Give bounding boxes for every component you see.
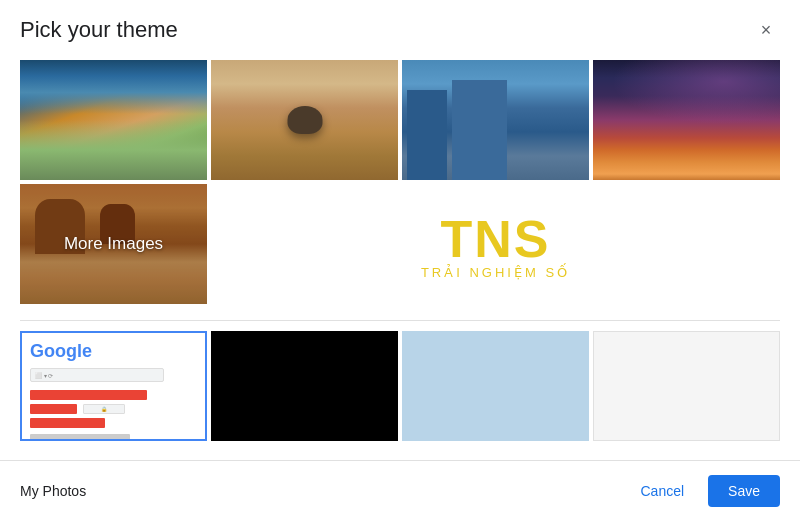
google-gray-bar-1 bbox=[30, 434, 130, 440]
section-divider bbox=[20, 320, 780, 321]
dialog-title: Pick your theme bbox=[20, 17, 178, 43]
dialog-content: More Images TNS TRẢI NGHIỆM SỐ Google ⬜ … bbox=[0, 52, 800, 460]
image-thumb-storm[interactable] bbox=[593, 60, 780, 180]
color-themes-grid: Google ⬜ ▾ ⟳ 🔒 bbox=[20, 331, 780, 441]
google-red-bar-2 bbox=[30, 418, 105, 428]
google-logo: Google bbox=[30, 341, 197, 362]
my-photos-button[interactable]: My Photos bbox=[20, 483, 86, 499]
dialog-footer: My Photos Cancel Save bbox=[0, 460, 800, 521]
google-gray-btn: 🔒 bbox=[83, 404, 125, 414]
more-images-overlay: More Images bbox=[20, 184, 207, 304]
theme-lightgray[interactable] bbox=[593, 331, 780, 441]
watermark-tns: TNS bbox=[441, 209, 551, 269]
theme-google[interactable]: Google ⬜ ▾ ⟳ 🔒 bbox=[20, 331, 207, 441]
images-second-row: More Images TNS TRẢI NGHIỆM SỐ bbox=[20, 184, 780, 304]
theme-black[interactable] bbox=[211, 331, 398, 441]
watermark-sub: TRẢI NGHIỆM SỐ bbox=[421, 265, 570, 280]
images-top-row bbox=[20, 60, 780, 180]
theme-lightblue[interactable] bbox=[402, 331, 589, 441]
close-button[interactable]: × bbox=[752, 16, 780, 44]
google-red-bar-1 bbox=[30, 390, 147, 400]
cancel-button[interactable]: Cancel bbox=[624, 475, 700, 507]
watermark: TNS TRẢI NGHIỆM SỐ bbox=[211, 184, 780, 304]
more-images-label: More Images bbox=[64, 234, 163, 254]
google-search-bar-mock: ⬜ ▾ ⟳ bbox=[30, 368, 164, 382]
dialog-header: Pick your theme × bbox=[0, 0, 800, 52]
image-thumb-city[interactable] bbox=[402, 60, 589, 180]
theme-picker-dialog: Pick your theme × Mor bbox=[0, 0, 800, 521]
save-button[interactable]: Save bbox=[708, 475, 780, 507]
google-red-btn bbox=[30, 404, 77, 414]
image-thumb-golden-gate[interactable] bbox=[20, 60, 207, 180]
image-thumb-desert[interactable] bbox=[211, 60, 398, 180]
more-images-button[interactable]: More Images bbox=[20, 184, 207, 304]
footer-actions: Cancel Save bbox=[624, 475, 780, 507]
watermark-logo: TNS bbox=[441, 209, 551, 269]
